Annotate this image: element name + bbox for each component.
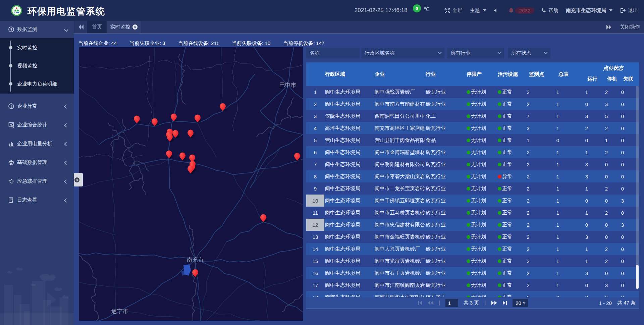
table-row[interactable]: 9阆中生态环境局阆中市二龙长宝页岩砖砖瓦行业无计划正常21120 — [306, 182, 639, 195]
sidebar-item-企业用电量分析[interactable]: 企业用电量分析 — [0, 134, 74, 153]
notifications-button[interactable]: 2632 — [508, 7, 534, 14]
help-button[interactable]: 帮助 — [541, 7, 558, 14]
table-row[interactable]: 7阆中生态环境局阆中明阳建材有限公司砖瓦行业无计划正常21300 — [306, 158, 639, 170]
table-row[interactable]: 16阆中生态环境局阆中市石子页岩机砖厂砖瓦行业无计划正常21300 — [306, 267, 639, 279]
status-dot-green — [467, 126, 470, 130]
table-row[interactable]: 3仪陇生态环境局西南油气田分公司川中化工无计划正常71350 — [306, 110, 639, 122]
mute-button[interactable] — [494, 8, 498, 13]
region-select[interactable]: 行政区域名称 — [361, 48, 444, 58]
table-scrollbar[interactable] — [636, 86, 639, 289]
table-row[interactable]: 13阆中生态环境局阆中市金福旺页岩机砖砖瓦行业无计划正常21300 — [306, 231, 639, 243]
next-page-button[interactable] — [491, 301, 497, 305]
collapse-tabs-icon[interactable] — [78, 24, 84, 30]
table-row[interactable]: 12阆中生态环境局阆中市忠信建材有限公砖瓦行业无计划正常21003 — [306, 219, 639, 231]
cell-region: 南部生态环境局 — [324, 291, 374, 297]
status-dot-green — [467, 283, 470, 287]
table-row[interactable]: 5营山生态环境局营山县润丰肉食品有限食品无计划正常10010 — [306, 134, 639, 146]
cell-index: 1 — [306, 86, 324, 98]
table-row[interactable]: 18南部生态环境局南部县砚华水泥有限公碎石加工无计划正常60060 — [306, 291, 639, 297]
status-dot-green — [467, 211, 470, 215]
cell-running: 2 — [575, 122, 598, 134]
cell-index: 2 — [306, 98, 324, 110]
cell-industry: 砖瓦行业 — [425, 207, 466, 219]
cell-stopped: 5 — [598, 110, 614, 122]
table-row[interactable]: 6阆中生态环境局阆中市金博瑞新型墙材砖瓦行业无计划正常21120 — [306, 146, 639, 158]
cell-total-meters: 1 — [541, 279, 575, 291]
page-size-select[interactable]: 20 — [513, 299, 528, 307]
close-operations-button[interactable]: 关闭操作 — [606, 21, 640, 33]
cell-total-meters: 1 — [541, 110, 575, 122]
status-dot-green — [498, 126, 501, 130]
map-panel[interactable]: 巴中市南充市遂宁市 — [79, 47, 303, 321]
cell-industry: 食品 — [425, 134, 466, 146]
logout-label: 退出 — [628, 7, 638, 14]
sidebar-item-数据监测[interactable]: 数据监测 — [0, 21, 74, 38]
tab-home[interactable]: 首页 — [87, 21, 107, 33]
prev-page-button[interactable] — [428, 301, 433, 305]
chevron-left-icon — [64, 142, 68, 146]
bullet-dot-icon — [9, 64, 12, 67]
scrollbar-thumb[interactable] — [636, 265, 639, 289]
sidebar-subitem-视频监控[interactable]: 视频监控 — [0, 57, 74, 75]
sidebar-item-企业综合统计[interactable]: 企业综合统计 — [0, 115, 74, 134]
table-row[interactable]: 2阆中生态环境局阆中市南方节能建材有砖瓦行业无计划正常21030 — [306, 98, 639, 110]
status-dot-green — [498, 114, 501, 118]
cell-industry: 砖瓦行业 — [425, 86, 466, 98]
table-row[interactable]: 4高坪生态环境局南充市高坪区王家店建砖瓦行业无计划正常31220 — [306, 122, 639, 134]
cell-industry: 化工 — [425, 110, 466, 122]
cell-company: 阆中市五马桥页岩机砖 — [374, 207, 425, 219]
table-row[interactable]: 15阆中生态环境局阆中市光富页岩机砖厂砖瓦行业无计划正常21120 — [306, 255, 639, 267]
page-number-input[interactable]: 1 — [445, 299, 458, 307]
map-city-label: 巴中市 — [279, 82, 297, 88]
cell-region: 仪陇生态环境局 — [324, 110, 374, 122]
sidebar-item-基础数据管理[interactable]: 基础数据管理 — [0, 153, 74, 172]
sidebar-subitem-实时监控[interactable]: 实时监控 — [0, 39, 74, 57]
table-row[interactable]: 17阆中生态环境局阆中市江南镇阆南页岩砖瓦行业无计划正常21030 — [306, 279, 639, 291]
table-row[interactable]: 1阆中生态环境局阆中强锐页岩砖厂砖瓦行业无计划正常21120 — [306, 86, 639, 98]
cell-company: 西南油气田分公司川中 — [374, 110, 425, 122]
cell-offline: 0 — [614, 279, 631, 291]
cell-stopped: 2 — [598, 207, 614, 219]
cell-region: 阆中生态环境局 — [324, 170, 374, 182]
table-row[interactable]: 8阆中生态环境局阆中市枣碧大梁山页岩砖瓦行业无计划异常21300 — [306, 170, 639, 182]
sidebar-item-日志查看[interactable]: 日志查看 — [0, 191, 74, 209]
theme-dropdown[interactable]: 主题 — [470, 7, 486, 14]
status-dot-green — [467, 114, 470, 118]
cell-total-meters: 1 — [541, 158, 575, 170]
tab-home-label: 首页 — [92, 24, 102, 30]
stat-当前在线企业: 当前在线企业: 44 — [78, 40, 117, 47]
table-row[interactable]: 14阆中生态环境局阆中大兴页岩机砖厂砖瓦行业无计划正常21120 — [306, 243, 639, 255]
table-row[interactable]: 11阆中生态环境局阆中市五马桥页岩机砖砖瓦行业无计划正常21120 — [306, 207, 639, 219]
status-dot-green — [498, 139, 501, 142]
fullscreen-button[interactable]: 全屏 — [444, 7, 463, 14]
status-dot-green — [467, 102, 470, 106]
sidebar-item-应急减排管理[interactable]: 应急减排管理 — [0, 172, 74, 191]
cell-offline: 0 — [614, 255, 631, 267]
status-select[interactable]: 所有状态 — [508, 48, 550, 58]
cell-stopped: 2 — [598, 122, 614, 134]
logout-button[interactable]: 退出 — [620, 7, 638, 14]
cell-stopped: 0 — [598, 219, 614, 231]
map-city-label: 遂宁市 — [111, 308, 128, 315]
table-row[interactable]: 10阆中生态环境局阆中千佛镇五郎垭页岩砖瓦行业无计划正常21003 — [306, 195, 639, 207]
search-name-input[interactable]: 名称 — [306, 48, 360, 58]
sidebar-item-企业异常[interactable]: 企业异常 — [0, 97, 74, 115]
status-dot-green — [467, 139, 470, 142]
sidebar-subitem-企业电力负荷明细[interactable]: 企业电力负荷明细 — [0, 75, 74, 93]
cell-region: 阆中生态环境局 — [324, 158, 374, 170]
last-page-button[interactable] — [502, 301, 507, 305]
status-dot-green — [498, 187, 501, 191]
close-tab-icon[interactable]: ✕ — [132, 24, 138, 30]
first-page-button[interactable] — [418, 301, 422, 305]
sidebar-item-label: 企业用电量分析 — [17, 141, 52, 147]
collapse-map-button[interactable] — [74, 173, 83, 186]
org-dropdown[interactable]: 南充市生态环境局 — [566, 7, 612, 14]
tab-realtime-monitor[interactable]: 实时监控 ✕ — [107, 21, 141, 33]
top-header: 环保用电监管系统 2021-02-25 17:46:18 0 ℃ 全屏 主题 — [0, 0, 644, 21]
cell-industry: 砖瓦行业 — [425, 158, 466, 170]
org-label: 南充市生态环境局 — [566, 7, 606, 14]
industry-select[interactable]: 所有行业 — [447, 48, 504, 58]
col-meters-header: 总表 — [546, 62, 581, 86]
cell-limit-status: 无计划 — [466, 98, 497, 110]
cell-running: 3 — [575, 110, 598, 122]
